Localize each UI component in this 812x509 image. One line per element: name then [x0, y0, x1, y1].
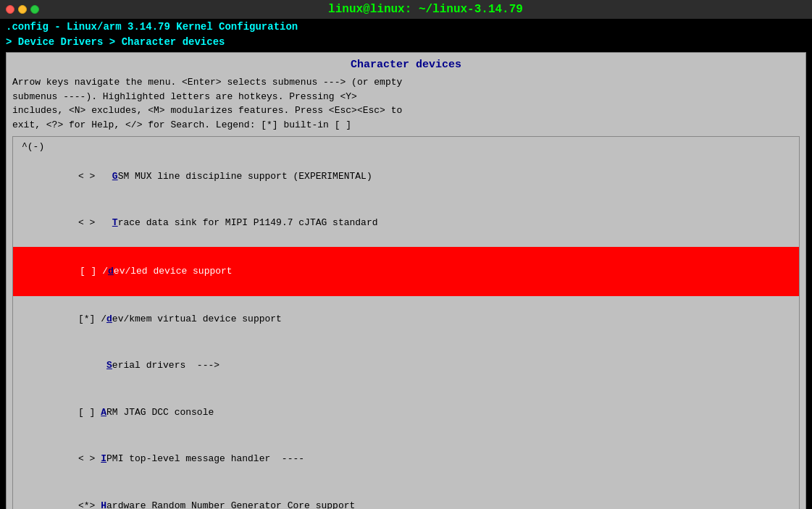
scroll-top: ^(-)	[13, 140, 799, 153]
help-line-1: Arrow keys navigate the menu. <Enter> se…	[12, 75, 800, 90]
config-header: .config - Linux/arm 3.14.79 Kernel Confi…	[0, 19, 812, 35]
help-line-2: submenus ----). Highlighted letters are …	[12, 90, 800, 104]
hotkey-d2: d	[106, 314, 112, 324]
menu-item-led[interactable]: [ ] /dev/led device support	[13, 247, 799, 296]
terminal-body: .config - Linux/arm 3.14.79 Kernel Confi…	[0, 19, 812, 509]
menu-item-trace[interactable]: < > Trace data sink for MIPI P1149.7 cJT…	[13, 200, 799, 246]
menu-item-kmem[interactable]: [*] /dev/kmem virtual device support	[13, 296, 799, 342]
help-line-4: exit, <?> for Help, </> for Search. Lege…	[12, 118, 800, 132]
hotkey-h: H	[101, 500, 106, 509]
menu-item-gsm[interactable]: < > GSM MUX line discipline support (EXP…	[13, 153, 799, 200]
hotkey-s: S	[106, 360, 112, 371]
breadcrumb: > Device Drivers > Character devices	[0, 35, 812, 49]
main-content: Character devices Arrow keys navigate th…	[6, 52, 806, 509]
window-title: linux@linux: ~/linux-3.14.79	[45, 3, 806, 16]
help-text: Arrow keys navigate the menu. <Enter> se…	[12, 75, 800, 132]
hotkey-a: A	[101, 407, 106, 418]
menu-item-serial[interactable]: Serial drivers --->	[13, 343, 799, 390]
hotkey-g: G	[112, 171, 118, 182]
hotkey-d: d	[108, 266, 114, 277]
page-title: Character devices	[12, 59, 800, 71]
menu-item-jtag[interactable]: [ ] ARM JTAG DCC console	[13, 390, 799, 436]
menu-item-ipmi[interactable]: < > IPMI top-level message handler ----	[13, 436, 799, 482]
hotkey-i: I	[101, 453, 106, 464]
hotkey-t: T	[112, 217, 118, 228]
title-bar: linux@linux: ~/linux-3.14.79	[0, 0, 812, 19]
help-line-3: includes, <N> excludes, <M> modularizes …	[12, 104, 800, 118]
minimize-button[interactable]	[18, 5, 27, 14]
menu-container: ^(-) < > GSM MUX line discipline support…	[12, 136, 800, 509]
terminal-window: linux@linux: ~/linux-3.14.79 .config - L…	[0, 0, 812, 509]
menu-item-hwrng[interactable]: <*> Hardware Random Number Generator Cor…	[13, 483, 799, 509]
traffic-lights	[6, 5, 39, 14]
maximize-button[interactable]	[30, 5, 39, 14]
close-button[interactable]	[6, 5, 14, 14]
